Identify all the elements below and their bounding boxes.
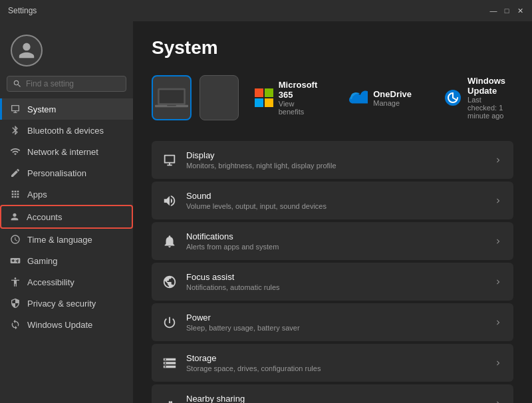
user-icon (17, 41, 36, 60)
onedrive-icon (349, 88, 368, 107)
privacy-icon (10, 298, 21, 309)
settings-item-sound[interactable]: Sound Volume levels, output, input, soun… (152, 182, 513, 219)
svg-rect-4 (255, 88, 263, 97)
storage-text: Storage Storage space, drives, configura… (186, 353, 484, 372)
sidebar-item-gaming[interactable]: Gaming (0, 250, 133, 271)
sidebar-item-time[interactable]: Time & language (0, 229, 133, 250)
app-body: System Bluetooth & devices Network & int… (0, 21, 532, 403)
focus-title: Focus assist (186, 272, 484, 282)
avatar[interactable] (11, 35, 43, 67)
focus-text: Focus assist Notifications, automatic ru… (186, 272, 484, 291)
notifications-sub: Alerts from apps and system (186, 243, 484, 251)
onedrive-subtitle: Manage (373, 99, 412, 107)
sidebar-item-bluetooth[interactable]: Bluetooth & devices (0, 120, 133, 141)
ms365-icon (255, 88, 273, 107)
main-content: System (133, 21, 532, 403)
display-title: Display (186, 150, 484, 160)
power-sub: Sleep, battery usage, battery saver (186, 324, 484, 332)
display-sub: Monitors, brightness, night light, displ… (186, 162, 484, 170)
svg-rect-3 (167, 105, 176, 106)
onedrive-link[interactable]: OneDrive Manage (341, 70, 420, 125)
winupdate-title: Windows Update (467, 76, 505, 96)
sidebar-item-accessibility[interactable]: Accessibility (0, 271, 133, 293)
ms365-subtitle: View benefits (279, 100, 318, 116)
gaming-icon (10, 255, 21, 266)
onedrive-text: OneDrive Manage (373, 89, 412, 107)
chevron-right-icon (493, 358, 503, 368)
time-icon (10, 234, 21, 245)
network-icon (10, 146, 21, 157)
sidebar-nav: System Bluetooth & devices Network & int… (0, 98, 133, 403)
page-title: System (152, 37, 513, 59)
settings-list: Display Monitors, brightness, night ligh… (152, 141, 513, 403)
device-card-secondary[interactable] (200, 75, 239, 120)
apps-icon (10, 189, 21, 200)
chevron-right-icon (493, 196, 503, 205)
maximize-button[interactable]: □ (503, 7, 511, 15)
system-icon (10, 104, 21, 114)
sidebar-item-accessibility-label: Accessibility (27, 277, 74, 287)
winupdate-text: Windows Update Last checked: 1 minute ag… (467, 76, 505, 120)
titlebar-controls: — □ ✕ (489, 7, 524, 15)
laptop-icon (155, 84, 188, 111)
sidebar: System Bluetooth & devices Network & int… (0, 21, 133, 403)
personalisation-icon (10, 168, 21, 178)
sidebar-item-winupdate[interactable]: Windows Update (0, 314, 133, 335)
svg-rect-7 (265, 98, 273, 107)
settings-item-nearby[interactable]: Nearby sharing Discoverability, received… (152, 384, 513, 403)
svg-rect-6 (255, 98, 263, 107)
winupdate-link[interactable]: Windows Update Last checked: 1 minute ag… (436, 70, 513, 125)
chevron-right-icon (493, 277, 503, 287)
close-button[interactable]: ✕ (516, 7, 524, 15)
sidebar-item-accounts[interactable]: Accounts (0, 205, 133, 229)
sidebar-item-network[interactable]: Network & internet (0, 141, 133, 162)
sidebar-item-winupdate-label: Windows Update (27, 320, 92, 330)
sidebar-item-privacy[interactable]: Privacy & security (0, 293, 133, 314)
top-cards: Microsoft 365 View benefits OneDrive Man… (152, 70, 513, 125)
sound-icon (162, 194, 177, 208)
ms365-text: Microsoft 365 View benefits (279, 80, 318, 116)
sidebar-item-system-label: System (27, 104, 56, 114)
chevron-right-icon (493, 156, 503, 165)
focus-icon (162, 275, 177, 289)
sidebar-item-gaming-label: Gaming (27, 256, 58, 266)
search-input[interactable] (26, 79, 120, 88)
sound-title: Sound (186, 191, 484, 201)
settings-item-display[interactable]: Display Monitors, brightness, night ligh… (152, 141, 513, 179)
sidebar-item-time-label: Time & language (27, 235, 92, 245)
sidebar-item-network-label: Network & internet (27, 147, 98, 157)
settings-item-notifications[interactable]: Notifications Alerts from apps and syste… (152, 222, 513, 260)
chevron-right-icon (493, 237, 503, 246)
device-card-primary[interactable] (152, 75, 192, 120)
search-box[interactable] (7, 76, 126, 92)
titlebar: Settings — □ ✕ (0, 0, 532, 21)
chevron-right-icon (493, 399, 503, 404)
settings-item-power[interactable]: Power Sleep, battery usage, battery save… (152, 303, 513, 341)
ms365-link[interactable]: Microsoft 365 View benefits (247, 70, 326, 125)
storage-icon (162, 356, 177, 370)
titlebar-title: Settings (8, 6, 37, 15)
winupdate-top-icon (444, 88, 462, 107)
svg-rect-5 (265, 88, 273, 97)
bluetooth-icon (10, 125, 21, 136)
focus-sub: Notifications, automatic rules (186, 283, 484, 291)
sound-text: Sound Volume levels, output, input, soun… (186, 191, 484, 210)
sidebar-item-personalisation-label: Personalisation (27, 168, 86, 178)
sidebar-item-accounts-label: Accounts (27, 212, 62, 222)
notifications-title: Notifications (186, 231, 484, 241)
sound-sub: Volume levels, output, input, sound devi… (186, 202, 484, 210)
sidebar-item-system[interactable]: System (0, 98, 133, 120)
settings-item-storage[interactable]: Storage Storage space, drives, configura… (152, 344, 513, 382)
sidebar-item-apps[interactable]: Apps (0, 184, 133, 205)
settings-item-focus[interactable]: Focus assist Notifications, automatic ru… (152, 263, 513, 301)
nearby-icon (162, 396, 177, 404)
sidebar-item-privacy-label: Privacy & security (27, 299, 96, 309)
chevron-right-icon (493, 318, 503, 327)
display-text: Display Monitors, brightness, night ligh… (186, 150, 484, 170)
sidebar-item-personalisation[interactable]: Personalisation (0, 162, 133, 184)
sidebar-item-bluetooth-label: Bluetooth & devices (27, 126, 104, 136)
accessibility-icon (10, 277, 21, 287)
nearby-title: Nearby sharing (186, 394, 484, 403)
sidebar-item-apps-label: Apps (27, 190, 47, 200)
minimize-button[interactable]: — (489, 7, 497, 15)
